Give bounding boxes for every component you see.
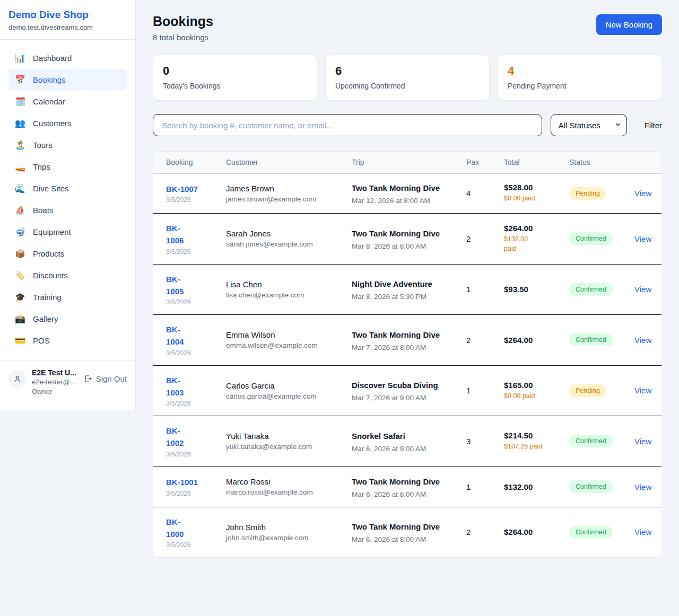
- sidebar-item-products[interactable]: 📦 Products: [8, 243, 127, 265]
- trip-cell: Night Dive Adventure Mar 8, 2026 at 5:30…: [352, 278, 454, 301]
- booking-date: 3/5/2026: [166, 248, 213, 256]
- status-select-wrap: All Statuses: [551, 114, 627, 136]
- stat-label: Upcoming Confirmed: [335, 82, 480, 90]
- sidebar-item-label: Trips: [33, 162, 50, 171]
- view-link[interactable]: View: [634, 527, 651, 536]
- status-badge: Confirmed: [569, 480, 613, 493]
- trip-datetime: Mar 6, 2026 at 9:00 AM: [352, 445, 454, 453]
- booking-id-link[interactable]: BK- 1005: [166, 273, 213, 298]
- sidebar-item-tours[interactable]: 🏝️ Tours: [8, 134, 127, 156]
- total-cell: $264.00 $132.00 paid: [504, 224, 556, 253]
- new-booking-button[interactable]: New Booking: [596, 14, 662, 35]
- sidebar-item-bookings[interactable]: 📅 Bookings: [8, 69, 127, 91]
- bar-chart-icon: 📊: [15, 53, 25, 63]
- customer-email: sarah.jones@example.com: [226, 240, 339, 248]
- customer-name: Lisa Chen: [226, 280, 339, 289]
- booking-id-link[interactable]: BK- 1006: [166, 222, 213, 247]
- view-link[interactable]: View: [634, 336, 651, 345]
- sign-out-button[interactable]: Sign Out: [83, 374, 127, 383]
- sidebar-item-equipment[interactable]: 🤿 Equipment: [8, 221, 127, 243]
- booking-cell: BK- 1000 3/5/2026: [166, 516, 213, 549]
- booking-cell: BK-1001 3/5/2026: [166, 476, 213, 497]
- island-icon: 🏝️: [15, 140, 25, 150]
- booking-id-link[interactable]: BK- 1000: [166, 516, 213, 541]
- page-title: Bookings: [153, 14, 213, 29]
- trip-datetime: Mar 6, 2026 at 8:00 AM: [352, 490, 454, 498]
- calendar-icon: 📅: [15, 75, 25, 85]
- view-link[interactable]: View: [634, 234, 651, 243]
- page-header: Bookings 8 total bookings New Booking: [153, 14, 662, 42]
- sidebar-item-dive-sites[interactable]: 🌊 Dive Sites: [8, 178, 127, 199]
- stat-label: Pending Payment: [508, 82, 652, 90]
- paid-amount: $132.00 paid: [504, 235, 556, 253]
- booking-cell: BK- 1005 3/5/2026: [166, 273, 213, 306]
- pax-value: 1: [466, 386, 491, 395]
- total-cell: $214.50 $107.25 paid: [504, 431, 556, 452]
- search-input[interactable]: [153, 114, 542, 136]
- customer-name: Sarah Jones: [226, 229, 339, 238]
- filter-button[interactable]: Filter: [645, 121, 662, 130]
- sidebar-item-training[interactable]: 🎓 Training: [8, 286, 127, 308]
- tag-icon: 🏷️: [15, 270, 25, 280]
- sidebar-item-dashboard[interactable]: 📊 Dashboard: [8, 47, 127, 69]
- table-row: BK-1001 3/5/2026 Marco Rossi marco.rossi…: [153, 467, 661, 507]
- trip-cell: Two Tank Morning Dive Mar 12, 2026 at 8:…: [352, 182, 454, 205]
- sidebar-item-boats[interactable]: ⛵ Boats: [8, 199, 127, 221]
- page-subtitle: 8 total bookings: [153, 33, 213, 42]
- sidebar-item-gallery[interactable]: 📸 Gallery: [8, 308, 127, 330]
- table-body: BK-1007 3/5/2026 James Brown james.brown…: [153, 173, 661, 557]
- booking-id-link[interactable]: BK- 1003: [166, 374, 213, 399]
- sidebar-item-calendar[interactable]: 🗓️ Calendar: [8, 91, 127, 112]
- total-amount: $264.00: [504, 527, 556, 536]
- sidebar-item-customers[interactable]: 👥 Customers: [8, 112, 127, 134]
- total-amount: $264.00: [504, 224, 556, 233]
- view-link[interactable]: View: [634, 285, 651, 294]
- stat-card: 0 Today's Bookings: [153, 55, 317, 101]
- view-link[interactable]: View: [634, 386, 651, 395]
- customer-email: james.brown@example.com: [226, 195, 339, 203]
- sailboat-icon: ⛵: [15, 205, 25, 215]
- customer-name: Marco Rossi: [226, 477, 339, 486]
- stat-value: 0: [163, 64, 307, 78]
- trip-name: Two Tank Morning Dive: [352, 476, 443, 488]
- filter-row: All Statuses Filter: [153, 114, 662, 136]
- stat-card: 4 Pending Payment: [498, 55, 662, 101]
- customer-cell: John Smith john.smith@example.com: [226, 523, 339, 542]
- view-link[interactable]: View: [634, 437, 651, 446]
- status-filter-select[interactable]: All Statuses: [551, 114, 627, 136]
- credit-card-icon: 💳: [15, 336, 25, 346]
- sidebar-item-discounts[interactable]: 🏷️ Discounts: [8, 265, 127, 286]
- pax-value: 2: [466, 234, 491, 243]
- sidebar-item-pos[interactable]: 💳 POS: [8, 330, 127, 351]
- pax-value: 3: [466, 437, 491, 446]
- status-cell: Confirmed: [569, 480, 622, 493]
- booking-id-link[interactable]: BK- 1002: [166, 425, 213, 450]
- wave-icon: 🌊: [15, 183, 25, 193]
- stat-value: 4: [508, 64, 652, 78]
- sidebar-item-trips[interactable]: 🚤 Trips: [8, 156, 127, 178]
- trip-cell: Two Tank Morning Dive Mar 8, 2026 at 8:0…: [352, 227, 454, 250]
- trip-cell: Two Tank Morning Dive Mar 7, 2026 at 8:0…: [352, 329, 454, 351]
- brand-block: Demo Dive Shop demo.test.divestreams.com: [0, 0, 135, 40]
- booking-id-link[interactable]: BK-1001: [166, 476, 213, 488]
- view-link[interactable]: View: [634, 482, 651, 491]
- booking-date: 3/5/2026: [166, 400, 213, 407]
- sign-out-label: Sign Out: [96, 374, 127, 383]
- sidebar-item-label: Dashboard: [33, 54, 72, 63]
- booking-id-link[interactable]: BK- 1004: [166, 323, 213, 348]
- spiral-calendar-icon: 🗓️: [15, 96, 25, 107]
- trip-name: Two Tank Morning Dive: [352, 227, 443, 240]
- booking-cell: BK-1007 3/5/2026: [166, 183, 213, 204]
- booking-id-link[interactable]: BK-1007: [166, 183, 213, 195]
- customer-name: James Brown: [226, 184, 339, 193]
- trip-cell: Snorkel Safari Mar 6, 2026 at 9:00 AM: [352, 430, 454, 453]
- total-amount: $264.00: [504, 336, 556, 345]
- shop-domain: demo.test.divestreams.com: [8, 23, 127, 31]
- column-header-total: Total: [504, 158, 556, 166]
- total-cell: $93.50: [504, 285, 556, 294]
- sidebar-item-label: Bookings: [33, 75, 66, 84]
- customer-name: Yuki Tanaka: [226, 432, 339, 441]
- customer-email: carlos.garcia@example.com: [226, 392, 339, 400]
- view-link[interactable]: View: [634, 189, 651, 198]
- total-cell: $528.00 $0.00 paid: [504, 183, 556, 204]
